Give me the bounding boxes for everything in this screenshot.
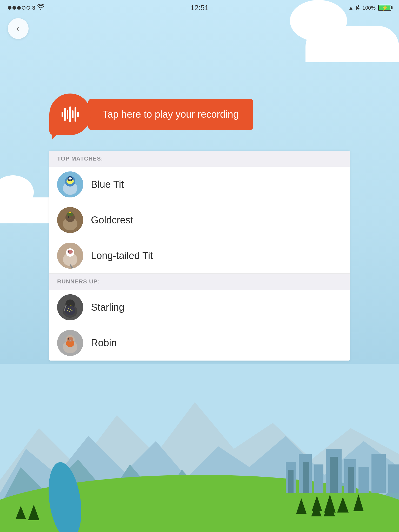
signal-dot-1 (8, 6, 11, 10)
results-container: TOP MATCHES: Blue Tit (49, 151, 350, 361)
bird-avatar-robin (57, 330, 83, 356)
runners-up-header: RUNNERS UP: (49, 274, 350, 290)
bluetooth-icon (356, 4, 360, 11)
signal-dots (8, 6, 30, 10)
svg-rect-52 (314, 464, 323, 493)
mic-bubble (49, 94, 91, 135)
bird-row-robin[interactable]: Robin (49, 325, 350, 361)
svg-rect-55 (358, 467, 369, 493)
svg-rect-57 (388, 464, 399, 493)
signal-dot-3 (17, 6, 21, 10)
status-left: 3 (8, 4, 44, 11)
svg-point-7 (69, 179, 69, 179)
location-icon: ▲ (348, 5, 354, 11)
status-right: ▲ 100% ⚡ (348, 4, 391, 11)
back-chevron-icon: ‹ (16, 23, 19, 34)
bird-avatar-goldcrest (57, 207, 83, 233)
signal-dot-2 (12, 6, 16, 10)
svg-point-40 (67, 337, 73, 342)
svg-point-42 (69, 338, 69, 339)
play-recording-button[interactable]: Tap here to play your recording (88, 99, 253, 130)
bird-name-blue-tit: Blue Tit (91, 179, 124, 190)
battery-percent: 100% (362, 5, 376, 11)
bird-avatar-starling (57, 294, 83, 320)
bird-row-starling[interactable]: Starling (49, 290, 350, 325)
status-bar: 3 12:51 ▲ 100% ⚡ (0, 0, 399, 16)
network-label: 3 (32, 4, 35, 11)
svg-rect-61 (348, 467, 354, 493)
bird-avatar-longtailed (57, 243, 83, 269)
svg-point-27 (65, 306, 75, 315)
bird-name-robin: Robin (91, 337, 117, 349)
svg-point-14 (68, 216, 69, 218)
landscape (0, 350, 399, 532)
bird-name-goldcrest: Goldcrest (91, 215, 133, 226)
signal-dot-5 (26, 6, 30, 10)
svg-point-30 (69, 311, 70, 312)
battery-indicator: ⚡ (378, 5, 391, 11)
svg-rect-58 (288, 470, 294, 493)
svg-rect-59 (303, 462, 309, 493)
bird-avatar-blue-tit (57, 171, 83, 197)
play-recording-area[interactable]: Tap here to play your recording (49, 94, 253, 135)
svg-point-29 (70, 309, 71, 310)
back-button[interactable]: ‹ (8, 18, 29, 39)
waveform-icon (62, 107, 79, 122)
svg-point-31 (67, 310, 68, 311)
bird-row-longtailed[interactable]: Long-tailed Tit (49, 238, 350, 274)
svg-point-32 (71, 310, 72, 311)
bird-row-goldcrest[interactable]: Goldcrest (49, 202, 350, 238)
bird-row-blue-tit[interactable]: Blue Tit (49, 167, 350, 202)
bird-name-longtailed: Long-tailed Tit (91, 250, 153, 261)
svg-point-34 (69, 303, 69, 304)
signal-dot-4 (22, 6, 25, 10)
svg-point-28 (68, 308, 69, 309)
wifi-icon (37, 4, 44, 11)
bird-name-starling: Starling (91, 302, 124, 313)
svg-point-21 (69, 251, 69, 252)
battery-bolt-icon: ⚡ (382, 5, 388, 11)
status-time: 12:51 (190, 4, 209, 12)
cloud-top-right (290, 10, 399, 62)
svg-rect-60 (330, 457, 338, 493)
svg-rect-56 (371, 454, 386, 493)
top-matches-header: TOP MATCHES: (49, 151, 350, 167)
